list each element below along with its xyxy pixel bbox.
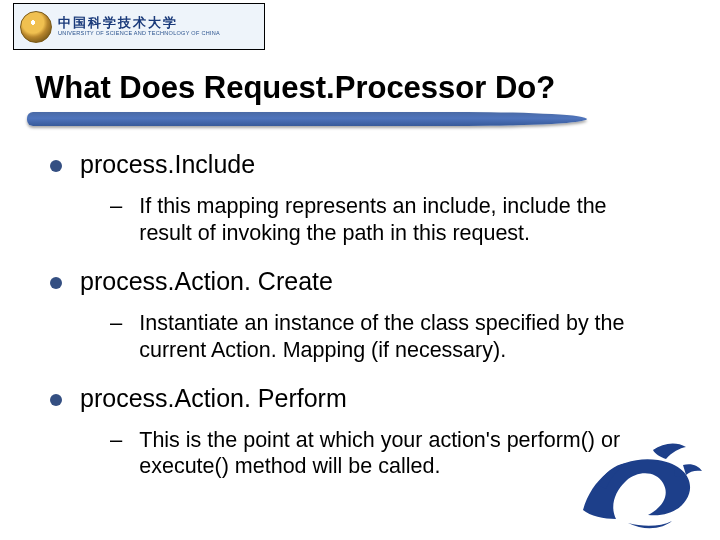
university-name-cn: 中国科学技术大学 — [58, 16, 220, 29]
bullet-icon — [50, 394, 62, 406]
list-subitem: – If this mapping represents an include,… — [110, 193, 665, 247]
bullet-icon — [50, 277, 62, 289]
svg-point-0 — [674, 469, 682, 477]
dash-icon: – — [110, 193, 122, 219]
title-underline — [27, 112, 587, 126]
dash-icon: – — [110, 427, 122, 453]
list-item: process.Action. Perform — [50, 384, 665, 413]
list-item-label: process.Action. Perform — [80, 384, 347, 413]
list-subitem-text: If this mapping represents an include, i… — [139, 193, 665, 247]
list-item: process.Action. Create — [50, 267, 665, 296]
university-name: 中国科学技术大学 UNIVERSITY OF SCIENCE AND TECHN… — [58, 16, 220, 37]
university-logo-bar: 中国科学技术大学 UNIVERSITY OF SCIENCE AND TECHN… — [13, 3, 265, 50]
slide-content: process.Include – If this mapping repres… — [50, 150, 665, 486]
bullet-icon — [50, 160, 62, 172]
list-item-label: process.Include — [80, 150, 255, 179]
list-item-label: process.Action. Create — [80, 267, 333, 296]
list-subitem-text: This is the point at which your action's… — [139, 427, 665, 481]
dash-icon: – — [110, 310, 122, 336]
slide-title: What Does Request.Processor Do? — [35, 70, 555, 106]
university-seal-icon — [20, 11, 52, 43]
university-name-en: UNIVERSITY OF SCIENCE AND TECHNOLOGY OF … — [58, 31, 220, 37]
list-subitem-text: Instantiate an instance of the class spe… — [139, 310, 665, 364]
list-item: process.Include — [50, 150, 665, 179]
list-subitem: – Instantiate an instance of the class s… — [110, 310, 665, 364]
list-subitem: – This is the point at which your action… — [110, 427, 665, 481]
